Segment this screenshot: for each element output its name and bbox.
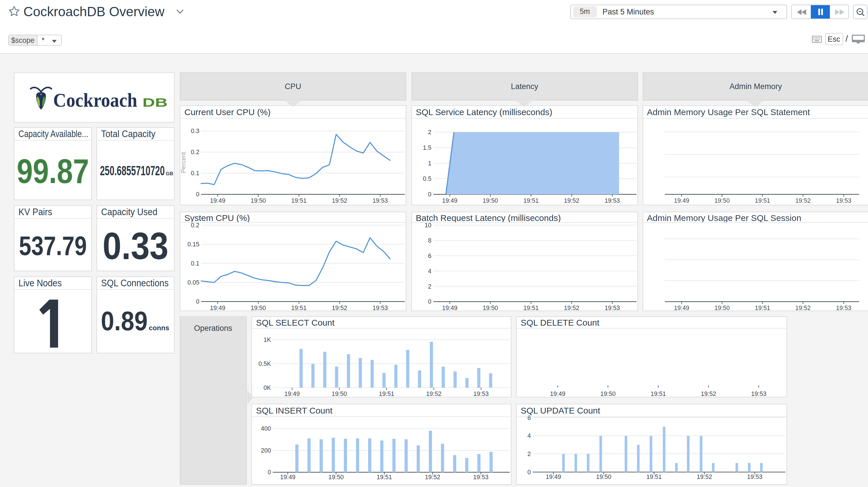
svg-text:0.3: 0.3 <box>191 127 199 134</box>
svg-text:19:51: 19:51 <box>379 391 394 397</box>
svg-text:19:51: 19:51 <box>523 197 538 204</box>
svg-text:250.6855710720: 250.6855710720 <box>100 163 164 178</box>
svg-text:19:50: 19:50 <box>483 197 498 204</box>
svg-text:19:50: 19:50 <box>250 305 266 311</box>
svg-text:19:53: 19:53 <box>372 305 388 311</box>
svg-text:1K: 1K <box>264 336 271 343</box>
svg-text:19:52: 19:52 <box>332 197 347 204</box>
svg-text:conns: conns <box>149 324 169 332</box>
svg-text:19:50: 19:50 <box>596 474 612 480</box>
svg-text:2: 2 <box>428 283 431 290</box>
svg-text:19:49: 19:49 <box>210 197 225 204</box>
svg-text:19:51: 19:51 <box>754 305 770 311</box>
svg-text:19:52: 19:52 <box>701 391 716 397</box>
svg-text:19:49: 19:49 <box>546 474 561 480</box>
svg-text:19:53: 19:53 <box>604 305 620 311</box>
svg-text:19:53: 19:53 <box>747 474 762 480</box>
svg-text:0.05: 0.05 <box>188 279 199 286</box>
svg-text:6: 6 <box>428 253 431 259</box>
svg-text:2: 2 <box>428 129 431 135</box>
svg-text:0.89: 0.89 <box>100 306 147 336</box>
svg-text:19:49: 19:49 <box>674 305 689 311</box>
svg-text:GB: GB <box>165 171 173 176</box>
svg-text:19:53: 19:53 <box>836 197 851 204</box>
svg-text:0: 0 <box>196 298 199 305</box>
svg-text:0: 0 <box>428 191 431 198</box>
svg-text:99.87: 99.87 <box>17 152 89 190</box>
svg-text:0: 0 <box>428 298 431 305</box>
svg-text:19:51: 19:51 <box>291 305 307 311</box>
svg-text:19:50: 19:50 <box>332 391 347 397</box>
svg-text:19:53: 19:53 <box>473 474 488 480</box>
svg-text:19:53: 19:53 <box>751 391 766 397</box>
svg-text:0: 0 <box>268 469 271 476</box>
svg-text:1.5: 1.5 <box>423 144 431 151</box>
svg-text:400: 400 <box>261 425 271 432</box>
svg-text:200: 200 <box>261 447 271 454</box>
svg-text:1: 1 <box>428 160 431 167</box>
svg-text:0.5: 0.5 <box>423 175 431 182</box>
svg-text:19:52: 19:52 <box>425 474 440 480</box>
svg-text:4: 4 <box>428 268 431 275</box>
svg-text:DB: DB <box>142 95 167 109</box>
svg-text:0.1: 0.1 <box>191 170 199 176</box>
svg-text:2: 2 <box>527 451 531 457</box>
svg-text:19:51: 19:51 <box>646 474 662 480</box>
svg-text:0.33: 0.33 <box>102 224 168 267</box>
svg-text:19:53: 19:53 <box>372 197 388 204</box>
svg-text:19:52: 19:52 <box>795 305 810 311</box>
svg-text:19:52: 19:52 <box>426 391 441 397</box>
svg-text:0K: 0K <box>264 384 271 391</box>
svg-text:Cockroach: Cockroach <box>53 89 137 111</box>
svg-text:4: 4 <box>527 432 531 439</box>
svg-text:19:50: 19:50 <box>250 197 266 204</box>
svg-text:19:51: 19:51 <box>376 474 392 480</box>
svg-text:0: 0 <box>527 469 531 476</box>
svg-text:19:49: 19:49 <box>284 391 300 397</box>
svg-text:19:51: 19:51 <box>523 305 538 311</box>
svg-text:0.1: 0.1 <box>191 260 199 267</box>
svg-text:19:50: 19:50 <box>600 391 616 397</box>
svg-text:19:52: 19:52 <box>564 305 579 311</box>
svg-text:19:52: 19:52 <box>332 305 347 311</box>
svg-text:537.79: 537.79 <box>19 231 87 260</box>
svg-text:19:53: 19:53 <box>473 391 489 397</box>
svg-text:19:49: 19:49 <box>442 197 457 204</box>
svg-text:19:49: 19:49 <box>674 197 689 204</box>
svg-text:19:49: 19:49 <box>442 305 457 311</box>
svg-text:Percent: Percent <box>180 152 187 173</box>
svg-text:19:50: 19:50 <box>714 197 729 204</box>
svg-text:19:49: 19:49 <box>210 305 225 311</box>
svg-text:19:49: 19:49 <box>280 474 295 480</box>
svg-text:19:53: 19:53 <box>604 197 620 204</box>
svg-text:19:52: 19:52 <box>795 197 810 204</box>
svg-text:0: 0 <box>196 191 199 198</box>
svg-text:0.5K: 0.5K <box>258 360 271 367</box>
svg-text:8: 8 <box>428 237 431 244</box>
svg-text:19:52: 19:52 <box>564 197 579 204</box>
svg-text:19:53: 19:53 <box>836 305 851 311</box>
svg-text:19:50: 19:50 <box>714 305 729 311</box>
svg-text:19:50: 19:50 <box>328 474 344 480</box>
svg-text:19:51: 19:51 <box>291 197 307 204</box>
svg-text:19:49: 19:49 <box>550 391 565 397</box>
svg-text:19:50: 19:50 <box>483 305 498 311</box>
svg-text:0.2: 0.2 <box>191 149 199 155</box>
svg-text:19:51: 19:51 <box>754 197 770 204</box>
svg-text:0.15: 0.15 <box>188 241 199 248</box>
svg-text:19:52: 19:52 <box>696 474 712 480</box>
svg-text:19:51: 19:51 <box>650 391 666 397</box>
